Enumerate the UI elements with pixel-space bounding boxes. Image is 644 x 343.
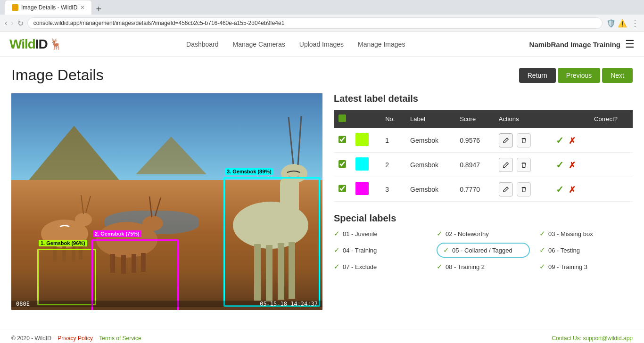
special-label-item-08[interactable]: ✓ 08 - Training 2 (437, 262, 530, 271)
th-correct: Correct? (589, 110, 633, 128)
row-color-cell (351, 153, 380, 177)
nav-manage-images[interactable]: Manage Images (358, 41, 405, 48)
th-spacer (551, 110, 589, 128)
hamburger-menu[interactable]: ☰ (625, 38, 635, 50)
row-correct-cell: ✓ ✗ (551, 177, 589, 202)
th-no: No. (380, 110, 405, 128)
bbox-label-3: 3. Gemsbok (89%) (225, 168, 273, 175)
tab-close-button[interactable]: ✕ (80, 4, 85, 11)
color-swatch-3 (355, 182, 369, 195)
row-correct-cell: ✓ ✗ (551, 128, 589, 153)
footer: © 2020 - WildID Privacy Policy Terms of … (0, 329, 644, 343)
reject-button-3[interactable]: ✗ (569, 185, 576, 195)
row-score-cell: 0.9576 (455, 128, 494, 153)
contact-link[interactable]: Contact Us: support@wildid.app (552, 335, 633, 342)
label-table: No. Label Score Actions Correct? 1 Gemsb… (334, 110, 633, 202)
special-check-06: ✓ (539, 246, 545, 254)
nav-manage-cameras[interactable]: Manage Cameras (233, 41, 285, 48)
special-labels-title: Special labels (334, 213, 633, 224)
svg-line-20 (298, 116, 301, 165)
table-row: 2 Gemsbok 0.8947 ✓ ✗ (334, 153, 633, 177)
edit-icon-3 (503, 186, 509, 193)
special-check-03: ✓ (539, 229, 545, 238)
table-header-row: No. Label Score Actions Correct? (334, 110, 633, 128)
row-color-cell (351, 128, 380, 153)
bbox-label-1: 1. Gemsbok (96%) (39, 240, 87, 246)
row-score-cell: 0.7770 (455, 177, 494, 202)
row-checkbox-3[interactable] (339, 185, 346, 192)
special-label-text-01: 01 - Juvenile (343, 230, 378, 237)
bbox-label-2: 2. Gemsbok (75%) (93, 230, 141, 237)
active-tab[interactable]: Image Details - WildID ✕ (5, 0, 92, 15)
row-checkbox-cell (334, 153, 351, 177)
delete-button-2[interactable] (517, 158, 531, 172)
reject-button-1[interactable]: ✗ (569, 136, 576, 146)
delete-button-3[interactable] (517, 182, 531, 196)
return-button[interactable]: Return (519, 68, 556, 83)
image-overlay: 080E 05-15-18 14:24:37 (11, 301, 322, 307)
special-label-item-03[interactable]: ✓ 03 - Missing box (539, 229, 633, 238)
forward-button[interactable]: › (11, 19, 13, 27)
delete-icon-1 (520, 137, 527, 144)
approve-button-3[interactable]: ✓ (556, 184, 564, 195)
nav-upload-images[interactable]: Upload Images (299, 41, 344, 48)
url-bar[interactable] (27, 17, 603, 29)
reload-button[interactable]: ↻ (17, 19, 24, 28)
special-label-item-05[interactable]: ✓ 05 - Collared / Tagged (437, 243, 530, 258)
main-content: 1. Gemsbok (96%) 2. Gemsbok (75%) 3. Gem… (11, 93, 633, 310)
special-check-02: ✓ (437, 229, 443, 238)
edit-button-1[interactable] (499, 133, 513, 147)
row-no-cell: 2 (380, 153, 405, 177)
special-label-text-07: 07 - Exclude (343, 263, 377, 270)
special-label-item-06[interactable]: ✓ 06 - Testing (539, 243, 633, 258)
special-label-text-08: 08 - Training 2 (446, 263, 485, 270)
special-label-text-03: 03 - Missing box (548, 230, 593, 237)
copyright: © 2020 - WildID (11, 335, 51, 342)
nav-dashboard[interactable]: Dashboard (186, 41, 219, 48)
edit-button-2[interactable] (499, 158, 513, 172)
previous-button[interactable]: Previous (558, 68, 600, 83)
terms-link[interactable]: Terms of Service (99, 335, 141, 342)
action-buttons: Return Previous Next (519, 68, 633, 83)
select-all-checkbox[interactable] (339, 114, 346, 122)
special-label-item-09[interactable]: ✓ 09 - Training 3 (539, 262, 633, 271)
top-navigation: WildID 🦌 Dashboard Manage Cameras Upload… (0, 32, 644, 57)
special-check-07: ✓ (334, 262, 340, 271)
back-button[interactable]: ‹ (5, 19, 7, 27)
special-label-item-01[interactable]: ✓ 01 - Juvenile (334, 229, 427, 238)
footer-left: © 2020 - WildID Privacy Policy Terms of … (11, 335, 141, 342)
new-tab-button[interactable]: + (92, 4, 105, 15)
th-actions: Actions (494, 110, 551, 128)
special-label-item-02[interactable]: ✓ 02 - Noteworthy (437, 229, 530, 238)
approve-button-1[interactable]: ✓ (556, 135, 564, 146)
bounding-box-1: 1. Gemsbok (96%) (37, 249, 96, 305)
special-label-text-04: 04 - Training (343, 247, 377, 254)
color-swatch-2 (355, 157, 369, 171)
th-checkbox (334, 110, 351, 128)
row-color-cell (351, 177, 380, 202)
special-label-item-04[interactable]: ✓ 04 - Training (334, 243, 427, 258)
special-labels-section: Special labels ✓ 01 - Juvenile ✓ 02 - No… (334, 213, 633, 271)
reject-button-2[interactable]: ✗ (569, 161, 576, 170)
svg-line-19 (289, 117, 293, 164)
right-panel: Latest label details No. Label Score Act… (334, 93, 633, 310)
row-checkbox-1[interactable] (339, 136, 346, 143)
approve-button-2[interactable]: ✓ (556, 160, 564, 170)
next-button[interactable]: Next (602, 68, 633, 83)
special-label-item-07[interactable]: ✓ 07 - Exclude (334, 262, 427, 271)
edit-button-3[interactable] (499, 182, 513, 196)
special-label-text-09: 09 - Training 3 (548, 263, 587, 270)
privacy-link[interactable]: Privacy Policy (58, 335, 93, 342)
row-actions-cell (494, 128, 551, 153)
bounding-box-3: 3. Gemsbok (89%) (223, 177, 320, 307)
menu-button[interactable]: ⋮ (631, 18, 639, 28)
special-check-04: ✓ (334, 246, 340, 254)
row-no-cell: 3 (380, 177, 405, 202)
row-checkbox-2[interactable] (339, 160, 346, 168)
delete-button-1[interactable] (517, 133, 531, 147)
extensions-area: 🛡️ ⚠️ (606, 19, 627, 28)
wildlife-scene: 1. Gemsbok (96%) 2. Gemsbok (75%) 3. Gem… (11, 93, 322, 310)
page-header: Image Details Return Previous Next (11, 66, 633, 84)
image-panel: 1. Gemsbok (96%) 2. Gemsbok (75%) 3. Gem… (11, 93, 322, 310)
special-label-text-05: 05 - Collared / Tagged (452, 247, 512, 254)
